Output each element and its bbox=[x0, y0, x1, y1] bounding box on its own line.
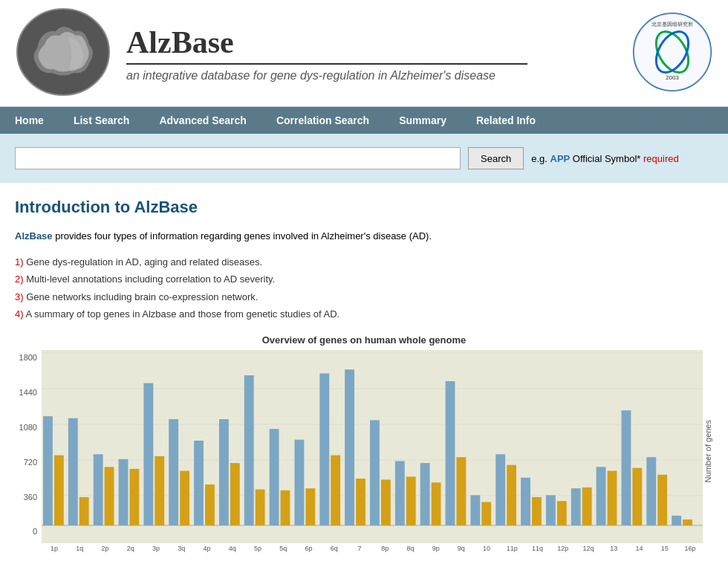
y-tick-1080: 1080 bbox=[19, 423, 37, 432]
svg-rect-39 bbox=[356, 479, 365, 525]
x-label: 16p bbox=[677, 545, 703, 552]
nav-list-search[interactable]: List Search bbox=[59, 107, 144, 134]
svg-rect-18 bbox=[94, 455, 103, 526]
header-logo bbox=[15, 7, 111, 99]
svg-rect-23 bbox=[155, 456, 164, 525]
list-item-3: 3) Gene networks including brain co-expr… bbox=[15, 288, 713, 305]
x-label: 2p bbox=[92, 545, 117, 552]
x-label: 4p bbox=[194, 545, 219, 552]
svg-rect-49 bbox=[481, 502, 491, 525]
y-tick-1800: 1800 bbox=[19, 353, 37, 362]
svg-rect-46 bbox=[446, 381, 455, 525]
svg-rect-34 bbox=[294, 440, 304, 525]
svg-rect-15 bbox=[54, 456, 64, 525]
svg-rect-28 bbox=[219, 419, 229, 525]
x-label: 10 bbox=[474, 545, 499, 552]
svg-rect-45 bbox=[432, 483, 441, 526]
x-label: 3p bbox=[143, 545, 169, 552]
svg-rect-63 bbox=[657, 475, 667, 525]
svg-text:北京基因组研究所: 北京基因组研究所 bbox=[651, 22, 693, 27]
title-divider bbox=[126, 63, 527, 65]
chart-title: Overview of genes on human whole genome bbox=[15, 334, 713, 346]
svg-rect-53 bbox=[532, 497, 542, 525]
svg-rect-19 bbox=[105, 467, 114, 526]
search-bar: Search e.g. APP Official Symbol* require… bbox=[15, 147, 713, 169]
svg-rect-14 bbox=[43, 417, 53, 526]
svg-rect-58 bbox=[597, 467, 606, 526]
alz-brand: AlzBase bbox=[15, 230, 53, 242]
svg-text:2003: 2003 bbox=[666, 74, 679, 81]
svg-rect-62 bbox=[646, 458, 656, 526]
svg-rect-26 bbox=[194, 441, 204, 525]
x-label: 11p bbox=[499, 545, 524, 552]
x-label: 9p bbox=[423, 545, 449, 552]
svg-rect-61 bbox=[632, 468, 642, 525]
search-hint: e.g. APP Official Symbol* required bbox=[531, 153, 678, 164]
svg-rect-16 bbox=[68, 418, 78, 525]
list-item-4: 4) A summary of top genes in Alzbase and… bbox=[15, 305, 713, 323]
gene-chart: Overview of genes on human whole genome … bbox=[15, 334, 713, 552]
svg-rect-41 bbox=[381, 480, 391, 526]
svg-rect-52 bbox=[521, 478, 530, 525]
x-label: 9q bbox=[449, 545, 474, 552]
nav-correlation-search[interactable]: Correlation Search bbox=[261, 107, 384, 134]
svg-rect-20 bbox=[119, 459, 129, 525]
svg-rect-60 bbox=[621, 411, 631, 526]
nav-summary[interactable]: Summary bbox=[384, 107, 461, 134]
svg-rect-48 bbox=[470, 496, 480, 526]
x-label: 6q bbox=[322, 545, 347, 552]
y-axis-label: Number of genes bbox=[703, 420, 712, 482]
nav-related-info[interactable]: Related Info bbox=[461, 107, 550, 134]
main-content: Introduction to AlzBase AlzBase provides… bbox=[0, 183, 728, 567]
x-label: 1p bbox=[42, 545, 67, 552]
svg-rect-31 bbox=[256, 490, 265, 526]
svg-rect-54 bbox=[546, 496, 556, 526]
y-tick-360: 360 bbox=[24, 493, 37, 502]
chart-plot-area: 1p1q2p2q3p3q4p4q5p5q6p6q78p8q9p9q1011p11… bbox=[42, 350, 703, 552]
svg-rect-22 bbox=[143, 383, 153, 525]
x-label: 12p bbox=[550, 545, 576, 552]
y-tick-0: 0 bbox=[33, 527, 37, 536]
x-label: 15 bbox=[652, 545, 677, 552]
search-input[interactable] bbox=[15, 147, 461, 169]
svg-rect-55 bbox=[557, 502, 567, 526]
svg-rect-37 bbox=[331, 456, 340, 525]
svg-rect-59 bbox=[608, 471, 617, 525]
svg-rect-57 bbox=[582, 487, 592, 525]
svg-rect-35 bbox=[305, 489, 315, 526]
search-button[interactable]: Search bbox=[468, 147, 524, 169]
svg-rect-38 bbox=[345, 370, 354, 526]
svg-rect-44 bbox=[420, 463, 430, 525]
svg-rect-30 bbox=[244, 375, 254, 525]
x-label: 13 bbox=[601, 545, 626, 552]
x-label: 8p bbox=[372, 545, 397, 552]
svg-rect-17 bbox=[79, 497, 89, 525]
nav-advanced-search[interactable]: Advanced Search bbox=[144, 107, 261, 134]
intro-paragraph: AlzBase provides four types of informati… bbox=[15, 229, 713, 244]
site-subtitle: an integrative database for gene dys-reg… bbox=[126, 69, 631, 82]
x-label: 8q bbox=[397, 545, 423, 552]
institute-logo: 2003 北京基因组研究所 bbox=[631, 11, 713, 95]
svg-rect-47 bbox=[456, 458, 466, 526]
x-label: 6p bbox=[296, 545, 321, 552]
x-label: 5q bbox=[270, 545, 296, 552]
y-axis: 1800 1440 1080 720 360 0 bbox=[15, 350, 42, 552]
site-title: AlzBase bbox=[126, 25, 631, 60]
svg-rect-51 bbox=[507, 465, 516, 525]
x-label: 1q bbox=[67, 545, 92, 552]
svg-rect-27 bbox=[205, 485, 215, 525]
svg-rect-29 bbox=[230, 463, 240, 525]
y-tick-720: 720 bbox=[24, 458, 37, 467]
list-item-2: 2) Multi-level annotations including cor… bbox=[15, 270, 713, 288]
svg-rect-43 bbox=[406, 477, 416, 526]
svg-rect-33 bbox=[281, 490, 290, 525]
svg-rect-21 bbox=[129, 469, 139, 525]
intro-title: Introduction to AlzBase bbox=[15, 198, 713, 217]
svg-rect-25 bbox=[180, 471, 189, 525]
page-header: AlzBase an integrative database for gene… bbox=[0, 0, 728, 107]
x-label: 7 bbox=[347, 545, 372, 552]
chart-bars bbox=[42, 350, 703, 543]
nav-home[interactable]: Home bbox=[0, 107, 59, 134]
x-label: 11q bbox=[524, 545, 550, 552]
search-section: Search e.g. APP Official Symbol* require… bbox=[0, 134, 728, 183]
